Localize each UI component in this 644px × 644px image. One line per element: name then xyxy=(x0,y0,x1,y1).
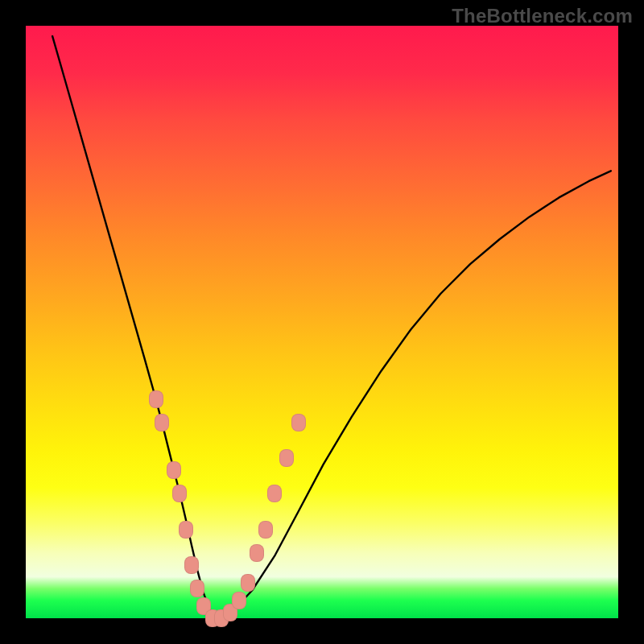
curve-marker xyxy=(267,485,282,502)
curve-marker xyxy=(205,609,220,627)
bottleneck-curve xyxy=(26,26,618,618)
curve-marker xyxy=(250,544,264,562)
curve-marker xyxy=(258,521,273,539)
curve-marker xyxy=(149,390,163,408)
curve-marker xyxy=(172,485,187,502)
marker-layer xyxy=(26,26,618,618)
curve-marker xyxy=(214,609,229,627)
curve-marker xyxy=(196,597,211,615)
curve-marker xyxy=(155,414,169,431)
curve-marker xyxy=(241,574,255,592)
frame: TheBottleneck.com xyxy=(0,0,644,644)
curve-marker xyxy=(232,592,246,609)
curve-marker xyxy=(291,414,306,431)
curve-marker xyxy=(184,556,199,574)
curve-marker xyxy=(279,449,294,467)
plot-area xyxy=(26,26,618,618)
curve-marker xyxy=(179,521,193,539)
curve-marker xyxy=(223,604,237,621)
curve-marker xyxy=(190,580,204,597)
watermark-text: TheBottleneck.com xyxy=(452,5,633,27)
curve-marker xyxy=(167,461,181,479)
